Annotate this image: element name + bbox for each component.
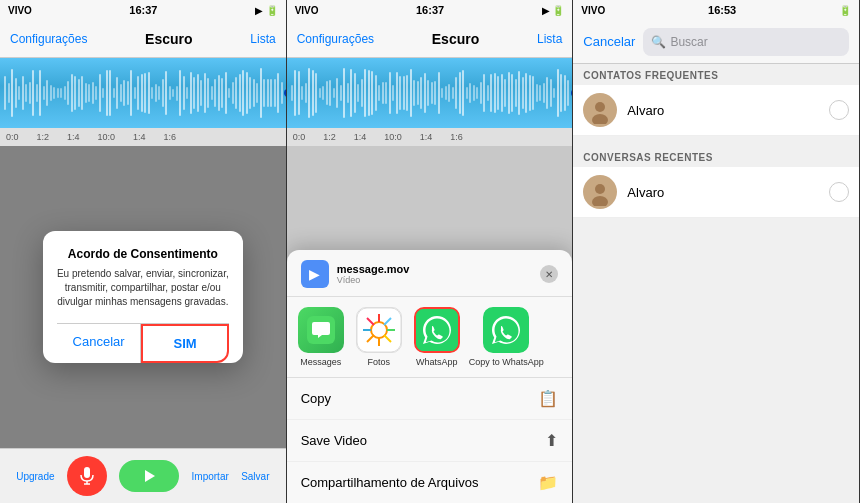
- copy-action-icon: 📋: [538, 389, 558, 408]
- battery-icons-1: ▶ 🔋: [255, 5, 278, 16]
- main-content-1: Acordo de Consentimento Eu pretendo salv…: [0, 146, 286, 448]
- configuracoes-btn-1[interactable]: Configurações: [10, 32, 87, 46]
- play-icon-1: [142, 469, 156, 483]
- alvaro-avatar-1: [583, 93, 617, 127]
- status-bar-3: VIVO 16:53 🔋: [573, 0, 859, 20]
- alvaro-name-1: Alvaro: [627, 103, 819, 118]
- fotos-app-label: Fotos: [367, 357, 390, 367]
- contacts-cancel-btn[interactable]: Cancelar: [583, 34, 635, 49]
- main-content-2: ▶ message.mov Vídeo ✕ Messages: [287, 146, 573, 503]
- share-app-fotos[interactable]: Fotos: [353, 307, 405, 367]
- frequent-contacts-header: CONTATOS FREQUENTES: [573, 64, 859, 85]
- whatsapp-app-icon: [414, 307, 460, 353]
- share-app-copy-whatsapp[interactable]: Copy to WhatsApp: [469, 307, 544, 367]
- share-file-name: message.mov: [337, 263, 410, 275]
- waveform-bars-2: [287, 58, 573, 128]
- mic-icon-1: [80, 467, 94, 485]
- compartilhamento-icon: 📁: [538, 473, 558, 492]
- panel-3: VIVO 16:53 🔋 Cancelar 🔍 Buscar CONTATOS …: [573, 0, 860, 503]
- share-action-save-video[interactable]: Save Video ⬆: [287, 420, 573, 462]
- whatsapp-copy-app-label: Copy to WhatsApp: [469, 357, 544, 367]
- contacts-nav: Cancelar 🔍 Buscar: [573, 20, 859, 64]
- battery-icons-3: 🔋: [839, 5, 851, 16]
- alvaro-radio-2[interactable]: [829, 182, 849, 202]
- share-file-icon: ▶: [301, 260, 329, 288]
- share-close-button[interactable]: ✕: [540, 265, 558, 283]
- recent-contact-alvaro[interactable]: Alvaro: [573, 167, 859, 218]
- time-ruler-2: 0:01:21:410:01:41:6: [287, 128, 573, 146]
- messages-app-icon: [298, 307, 344, 353]
- whatsapp-copy-app-icon: [483, 307, 529, 353]
- svg-marker-3: [145, 470, 155, 482]
- upgrade-btn-1[interactable]: Upgrade: [16, 471, 54, 482]
- search-icon: 🔍: [651, 35, 666, 49]
- dialog-title: Acordo de Consentimento: [57, 247, 229, 261]
- bottom-bar-1: Upgrade Importar Salvar: [0, 448, 286, 503]
- alvaro-name-2: Alvaro: [627, 185, 819, 200]
- time-3: 16:53: [708, 4, 736, 16]
- save-video-icon: ⬆: [545, 431, 558, 450]
- waveform-2: [287, 58, 573, 128]
- panel-1: VIVO 16:37 ▶ 🔋 Configurações Escuro List…: [0, 0, 287, 503]
- lista-btn-1[interactable]: Lista: [250, 32, 275, 46]
- avatar-icon-2: [586, 178, 614, 206]
- time-1: 16:37: [129, 4, 157, 16]
- lista-btn-2[interactable]: Lista: [537, 32, 562, 46]
- consent-dialog: Acordo de Consentimento Eu pretendo salv…: [43, 231, 243, 363]
- status-bar-1: VIVO 16:37 ▶ 🔋: [0, 0, 286, 20]
- photos-app-icon: [356, 307, 402, 353]
- save-video-label: Save Video: [301, 433, 367, 448]
- compartilhamento-label: Compartilhamento de Arquivos: [301, 475, 479, 490]
- alvaro-avatar-2: [583, 175, 617, 209]
- alvaro-radio-1[interactable]: [829, 100, 849, 120]
- recent-conversations-header: CONVERSAS RECENTES: [573, 146, 859, 167]
- dialog-buttons: Cancelar SIM: [57, 323, 229, 363]
- contacts-content: CONTATOS FREQUENTES Alvaro CONVERSAS REC…: [573, 64, 859, 503]
- whatsapp-app-label: WhatsApp: [416, 357, 458, 367]
- copy-action-label: Copy: [301, 391, 331, 406]
- salvar-btn-1[interactable]: Salvar: [241, 471, 269, 482]
- avatar-icon-1: [586, 96, 614, 124]
- dialog-body: Eu pretendo salvar, enviar, sincronizar,…: [57, 267, 229, 309]
- carrier-3: VIVO: [581, 5, 605, 16]
- dialog-overlay-1: Acordo de Consentimento Eu pretendo salv…: [0, 146, 286, 448]
- configuracoes-btn-2[interactable]: Configurações: [297, 32, 374, 46]
- svg-rect-0: [84, 467, 90, 478]
- importar-btn-1[interactable]: Importar: [192, 471, 229, 482]
- dialog-confirm-btn[interactable]: SIM: [141, 324, 229, 363]
- share-sheet: ▶ message.mov Vídeo ✕ Messages: [287, 250, 573, 503]
- share-apps-row: Messages: [287, 297, 573, 377]
- contacts-search-bar[interactable]: 🔍 Buscar: [643, 28, 849, 56]
- share-action-copy[interactable]: Copy 📋: [287, 378, 573, 420]
- waveform-1: [0, 58, 286, 128]
- time-ruler-1: 0:01:21:410:01:41:6: [0, 128, 286, 146]
- share-file-info: message.mov Vídeo: [337, 263, 410, 285]
- frequent-contact-alvaro[interactable]: Alvaro: [573, 85, 859, 136]
- dialog-cancel-btn[interactable]: Cancelar: [57, 324, 142, 363]
- share-app-messages[interactable]: Messages: [295, 307, 347, 367]
- record-button-1[interactable]: [67, 456, 107, 496]
- svg-point-18: [595, 102, 605, 112]
- nav-bar-1: Configurações Escuro Lista: [0, 20, 286, 58]
- share-actions-list: Copy 📋 Save Video ⬆ Compartilhamento de …: [287, 377, 573, 503]
- carrier-1: VIVO: [8, 5, 32, 16]
- messages-app-label: Messages: [300, 357, 341, 367]
- carrier-2: VIVO: [295, 5, 319, 16]
- section-spacer: [573, 136, 859, 146]
- time-2: 16:37: [416, 4, 444, 16]
- panel-2: VIVO 16:37 ▶ 🔋 Configurações Escuro List…: [287, 0, 574, 503]
- nav-bar-2: Configurações Escuro Lista: [287, 20, 573, 58]
- search-placeholder: Buscar: [670, 35, 707, 49]
- status-bar-2: VIVO 16:37 ▶ 🔋: [287, 0, 573, 20]
- nav-title-2: Escuro: [432, 31, 479, 47]
- play-button-1[interactable]: [119, 460, 179, 492]
- waveform-bars-1: [0, 58, 286, 128]
- share-file-type: Vídeo: [337, 275, 410, 285]
- svg-point-21: [595, 184, 605, 194]
- share-header: ▶ message.mov Vídeo ✕: [287, 250, 573, 297]
- share-action-compartilhamento[interactable]: Compartilhamento de Arquivos 📁: [287, 462, 573, 503]
- battery-icons-2: ▶ 🔋: [542, 5, 565, 16]
- share-app-whatsapp[interactable]: WhatsApp: [411, 307, 463, 367]
- nav-title-1: Escuro: [145, 31, 192, 47]
